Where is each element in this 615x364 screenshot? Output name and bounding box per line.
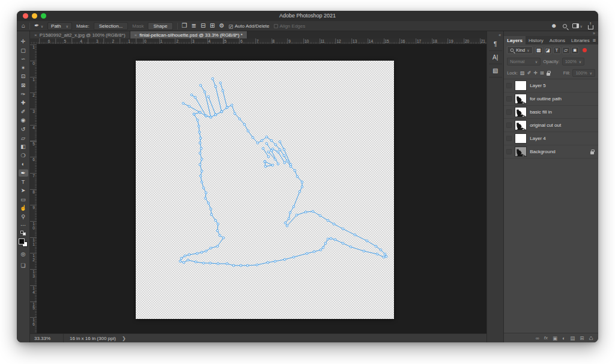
lock-artboard-icon[interactable]: ⊞ (540, 70, 544, 76)
close-tab-icon[interactable]: × (34, 32, 37, 38)
brush-tool[interactable]: ✐ (19, 108, 28, 115)
lock-transparency-icon[interactable]: ▨ (520, 70, 525, 76)
layer-visibility-toggle[interactable] (506, 149, 512, 154)
opacity-field[interactable]: 100%∨ (562, 58, 585, 65)
path-operations-icon[interactable]: ❐ (182, 23, 187, 29)
layer-thumbnail[interactable] (515, 94, 527, 104)
layer-name[interactable]: Layer 5 (530, 83, 546, 88)
lock-move-icon[interactable]: ✛ (533, 70, 538, 76)
document-tab-2[interactable]: ×finial-pelican-silhouette.psd @ 33.3% (… (130, 31, 247, 38)
layer-row[interactable]: for outline path (504, 93, 598, 106)
layer-name[interactable]: Layer 4 (530, 136, 546, 141)
close-tab-icon[interactable]: × (135, 32, 138, 38)
filter-type-layers-icon[interactable]: T (553, 47, 561, 54)
panel-tab-layers[interactable]: Layers (504, 36, 526, 44)
layer-thumbnail[interactable] (515, 120, 527, 130)
marquee-tool[interactable]: ▢ (19, 47, 28, 54)
new-layer-icon[interactable]: ⊞ (580, 335, 584, 341)
auto-add-delete-checkbox[interactable]: ✓Auto Add/Delete (229, 23, 270, 29)
share-icon[interactable] (588, 25, 593, 29)
make-selection-button[interactable]: Selection... (94, 22, 129, 30)
layer-mask-icon[interactable]: ▣ (553, 335, 557, 341)
layer-thumbnail[interactable] (515, 133, 527, 144)
panel-menu-icon[interactable]: ≡ (593, 36, 598, 44)
layer-effects-icon[interactable]: fx (544, 335, 548, 341)
layer-visibility-toggle[interactable] (506, 136, 512, 141)
pelican-pen-path[interactable] (136, 61, 394, 319)
dodge-tool[interactable]: ◐ (19, 160, 28, 168)
layer-visibility-toggle[interactable] (506, 109, 512, 115)
move-tool[interactable]: ✛ (19, 38, 28, 45)
character-panel-icon[interactable]: A| (489, 51, 502, 64)
layer-name[interactable]: original cut out (530, 123, 561, 128)
rectangle-tool[interactable]: ▭ (19, 196, 28, 203)
delete-layer-icon[interactable]: ♺ (589, 335, 593, 341)
quick-selection-tool[interactable]: ✶ (19, 64, 28, 71)
blur-tool[interactable]: ❍ (19, 152, 28, 159)
hand-tool[interactable]: ☝ (19, 204, 28, 211)
collapse-panels-bar[interactable]: » (504, 31, 598, 36)
zoom-level-field[interactable]: 33.33% (34, 336, 57, 341)
patterns-panel-icon[interactable]: ▧ (489, 64, 502, 77)
frame-tool[interactable]: ⊠ (19, 82, 28, 89)
lock-all-icon[interactable] (547, 73, 550, 76)
document-tab-1[interactable]: ×P1580992_alt2_x.jpg @ 100% (RGB/8*) (30, 31, 130, 38)
pen-tool[interactable]: ✒ (19, 169, 28, 177)
layer-row[interactable]: original cut out (504, 119, 598, 132)
panel-tab-actions[interactable]: Actions (547, 36, 568, 44)
crop-tool[interactable]: ⊡ (19, 73, 28, 80)
layer-name[interactable]: Background (530, 149, 556, 154)
blend-mode-select[interactable]: Normal∨ (507, 58, 541, 65)
layer-visibility-toggle[interactable] (506, 96, 512, 102)
pick-tool-mode-select[interactable]: Path ∨ (47, 22, 72, 30)
status-chevron-icon[interactable]: ❯ (122, 336, 126, 341)
layer-thumbnail[interactable] (515, 107, 527, 117)
constrain-path-icon[interactable]: ⊞ (210, 23, 214, 29)
layer-row[interactable]: Layer 5 (504, 79, 598, 93)
horizontal-ruler[interactable]: 6543210123456789101112131415161718192021 (30, 38, 486, 44)
layer-row[interactable]: basic fill in (504, 106, 598, 119)
layer-thumbnail[interactable] (515, 147, 527, 157)
layer-row[interactable]: Background (504, 145, 598, 159)
quick-mask-button[interactable]: ◎ (19, 250, 28, 258)
filter-kind-select[interactable]: Kind ∨ (507, 46, 532, 54)
link-layers-icon[interactable]: ∞ (536, 335, 539, 341)
search-icon[interactable] (563, 24, 567, 28)
spot-healing-brush-tool[interactable]: ✚ (19, 99, 28, 106)
panel-tab-libraries[interactable]: Libraries (568, 36, 593, 44)
layer-visibility-toggle[interactable] (506, 83, 512, 88)
paragraph-panel-icon[interactable]: ¶ (489, 38, 502, 51)
layer-name[interactable]: for outline path (530, 96, 562, 102)
adjustment-layer-icon[interactable]: ◐ (562, 335, 565, 341)
fill-field[interactable]: 100%∨ (572, 69, 595, 77)
filter-shape-layers-icon[interactable]: ▱ (562, 47, 570, 54)
gear-icon[interactable]: ⚙ (219, 23, 225, 29)
swap-colors-icon[interactable] (20, 231, 26, 235)
filter-adjustment-layers-icon[interactable]: ◪ (544, 47, 552, 54)
foreground-background-swatches[interactable] (19, 238, 28, 247)
lasso-tool[interactable]: ∽ (19, 55, 28, 62)
make-shape-button[interactable]: Shape (148, 22, 172, 30)
panel-tab-history[interactable]: History (526, 36, 547, 44)
lock-paint-icon[interactable]: ✐ (527, 70, 532, 76)
layer-visibility-toggle[interactable] (506, 123, 512, 128)
canvas-pasteboard[interactable] (37, 44, 486, 333)
foreground-color-swatch[interactable] (19, 238, 25, 244)
filter-smart-objects-icon[interactable]: ◙ (571, 47, 579, 54)
eyedropper-tool[interactable]: ✑ (19, 91, 28, 98)
layer-row[interactable]: Layer 4 (504, 132, 598, 145)
screen-mode-button[interactable]: ❏ (19, 262, 28, 269)
expand-panels-icon[interactable]: « (498, 33, 501, 38)
type-tool[interactable]: T (19, 178, 28, 186)
layer-thumbnail[interactable] (515, 80, 527, 91)
document-canvas[interactable] (136, 61, 394, 319)
filter-pixel-layers-icon[interactable]: ▩ (535, 47, 543, 54)
new-group-icon[interactable]: ▤ (570, 335, 575, 341)
zoom-tool[interactable]: ⚲ (19, 213, 28, 220)
tool-preset-picker[interactable]: ✒ ∨ (34, 23, 43, 29)
path-alignment-icon[interactable]: ≣ (192, 23, 196, 29)
gradient-tool[interactable]: ◧ (19, 143, 28, 150)
path-selection-tool[interactable]: ➤ (19, 187, 28, 194)
workspace-switcher[interactable]: ∨ (572, 23, 583, 28)
clone-stamp-tool[interactable]: ◉ (19, 117, 28, 124)
